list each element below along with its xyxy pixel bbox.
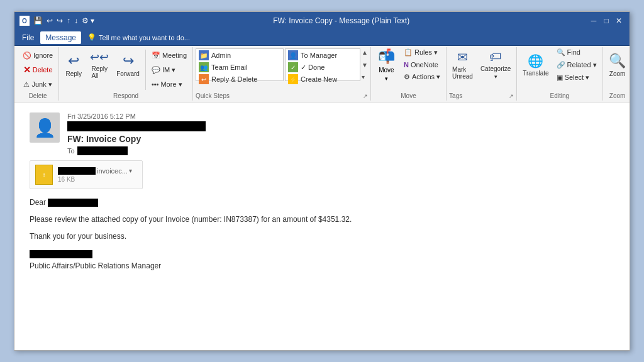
redo-icon[interactable]: ↪ [57,16,63,25]
zoom-icon: 🔍 [609,53,626,69]
body-signature: Public Affairs/Public Relations Manager [30,248,614,272]
im-icon: 💬 [152,66,160,74]
dear-name-block [48,199,98,207]
tags-dialog-launcher[interactable]: ↗ [509,93,514,99]
rules-button[interactable]: 📋 Rules ▾ [401,47,443,58]
find-button[interactable]: 🔍 Find [553,47,600,58]
quicksteps-scroll-down[interactable]: ▼ [362,62,368,69]
quickstep-team-email[interactable]: 👥 Team Email [197,62,282,73]
admin-icon: 📁 [199,50,209,60]
quicksteps-dialog-launcher[interactable]: ↗ [363,93,368,99]
meeting-button[interactable]: 📅 Meeting [148,48,190,62]
title-bar-left: O 💾 ↩ ↪ ↑ ↓ ⚙ ▾ [19,16,94,26]
zoom-button[interactable]: 🔍 Zoom [606,48,630,81]
related-icon: 🔗 [557,61,565,69]
tell-me-text[interactable]: Tell me what you want to do... [99,34,190,41]
to-manager-icon: 👤 [288,50,298,60]
onenote-button[interactable]: N OneNote [401,59,443,70]
title-bar: O 💾 ↩ ↪ ↑ ↓ ⚙ ▾ FW: Invoice Copy - Messa… [14,12,630,30]
quickstep-done[interactable]: ✓ ✓ Done [286,62,359,73]
ignore-button[interactable]: 🚫 Ignore [19,48,56,62]
translate-button[interactable]: 🌐 Translate [519,48,552,81]
quicksteps-scroll-up[interactable]: ▲ [362,49,368,56]
im-button[interactable]: 💬 IM ▾ [148,63,190,77]
body-thanks-text: Thank you for your business. [30,232,126,241]
undo-icon[interactable]: ↩ [47,16,53,25]
filename-redacted-block [58,167,96,175]
body-main-paragraph: Please review the attached copy of your … [30,214,614,226]
delete-icon: ✕ [23,65,31,75]
attachment-dropdown-button[interactable]: ▾ [129,167,132,174]
find-icon: 🔍 [557,48,565,57]
actions-button[interactable]: ⚙ Actions ▾ [401,71,443,83]
outlook-window: O 💾 ↩ ↪ ↑ ↓ ⚙ ▾ FW: Invoice Copy - Messa… [14,11,630,351]
body-thanks-paragraph: Thank you for your business. [30,231,614,243]
mark-unread-button[interactable]: ✉ MarkUnread [449,48,476,81]
window-controls: ─ □ ✕ [588,15,625,26]
unread-icon: ✉ [457,50,468,65]
email-date: Fri 3/25/2016 5:12 PM [67,112,614,120]
attachment-bar[interactable]: ! invoicec... ▾ 16 KB [30,160,143,189]
categorize-button[interactable]: 🏷 Categorize ▾ [477,48,514,81]
minimize-button[interactable]: ─ [588,15,599,26]
attachment-size: 16 KB [58,176,137,183]
done-icon: ✓ [288,62,298,72]
email-content-area: 👤 Fri 3/25/2016 5:12 PM FW: Invoice Copy… [14,102,630,350]
quickstep-create-new[interactable]: ⚡ Create New [286,74,359,85]
ribbon-group-zoom: 🔍 Zoom Zoom [603,47,632,101]
attachment-filename-row: invoicec... ▾ [58,167,137,175]
junk-icon: ⚠ [23,80,30,89]
down-arrow-icon[interactable]: ↓ [74,16,78,25]
tell-me-bar[interactable]: 💡 Tell me what you want to do... [87,33,190,41]
related-button[interactable]: 🔗 Related ▾ [553,59,600,71]
person-icon: 👤 [34,118,56,138]
quickstep-reply-delete[interactable]: ↩ Reply & Delete [197,74,282,85]
reply-button[interactable]: ↩ Reply [62,48,86,81]
maximize-button[interactable]: □ [601,15,612,26]
ribbon-group-delete: 🚫 Ignore ✕ Delete ⚠ Junk ▾ Delete [17,47,59,101]
ribbon-group-editing: 🌐 Translate 🔍 Find 🔗 Related ▾ ▣ Select … [517,47,602,101]
quickstep-to-manager[interactable]: 👤 To Manager [286,50,359,61]
save-icon[interactable]: 💾 [33,16,43,25]
move-group-label: Move [374,91,443,99]
reply-all-icon: ↩↩ [90,50,109,64]
zoom-group-label: Zoom [606,91,630,99]
tags-group-label: Tags ↗ [449,91,514,99]
select-button[interactable]: ▣ Select ▾ [553,72,600,84]
menu-bar: File Message 💡 Tell me what you want to … [14,30,630,46]
signature-name-block [30,250,92,258]
respond-separator [145,50,146,90]
delete-button[interactable]: ✕ Delete [20,63,56,77]
body-dear-paragraph: Dear [30,197,614,209]
message-menu[interactable]: Message [40,31,81,44]
dear-label: Dear [30,198,46,207]
signature-title: Public Affairs/Public Relations Manager [30,260,614,272]
close-button[interactable]: ✕ [613,15,625,26]
ribbon-group-tags: ✉ MarkUnread 🏷 Categorize ▾ Tags ↗ [447,47,517,101]
reply-all-button[interactable]: ↩↩ ReplyAll [87,48,112,81]
signature-name-block-wrapper [30,248,614,260]
forward-button[interactable]: ↪ Forward [113,48,143,81]
quickstep-admin[interactable]: 📁 Admin [197,50,282,61]
translate-icon: 🌐 [528,53,543,69]
reply-delete-icon: ↩ [199,74,209,84]
avatar: 👤 [30,112,60,143]
tags-group-content: ✉ MarkUnread 🏷 Categorize ▾ [449,48,514,91]
file-menu[interactable]: File [17,31,39,44]
sender-name-block [67,121,206,131]
move-icon: 📬 [378,48,395,65]
quicksteps-expand[interactable]: ▾ [362,74,368,80]
body-main-text: Please review the attached copy of your … [30,215,352,224]
customize-icon[interactable]: ⚙ ▾ [82,16,94,25]
window-title: FW: Invoice Copy - Message (Plain Text) [273,16,409,25]
junk-button[interactable]: ⚠ Junk ▾ [20,77,55,91]
move-button[interactable]: 📬 Move ▾ [374,48,399,81]
up-arrow-icon[interactable]: ↑ [67,16,70,25]
ignore-icon: 🚫 [23,52,31,60]
sender-redacted [67,121,614,134]
recipient-block [77,146,128,155]
attachment-file-icon: ! [35,165,53,185]
respond-group-label: Respond [62,91,190,99]
to-label: To [67,147,75,155]
more-button[interactable]: ••• More ▾ [148,77,190,91]
